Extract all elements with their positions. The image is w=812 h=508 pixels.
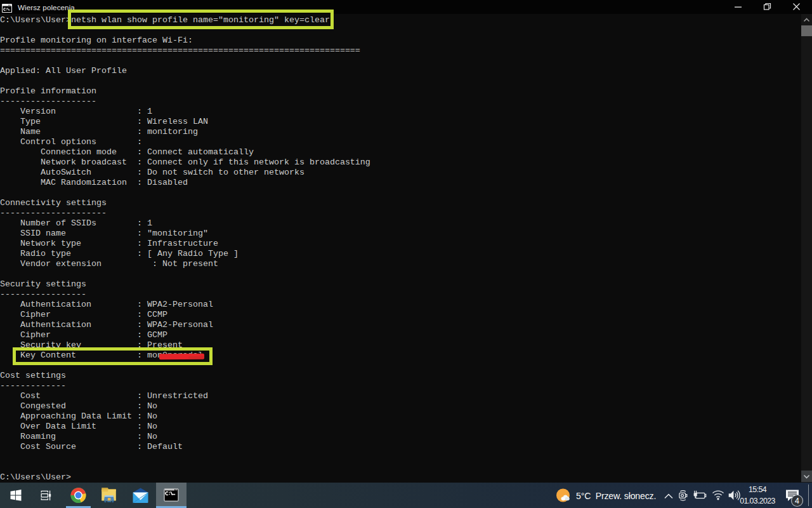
svg-text:4: 4 xyxy=(795,497,799,505)
